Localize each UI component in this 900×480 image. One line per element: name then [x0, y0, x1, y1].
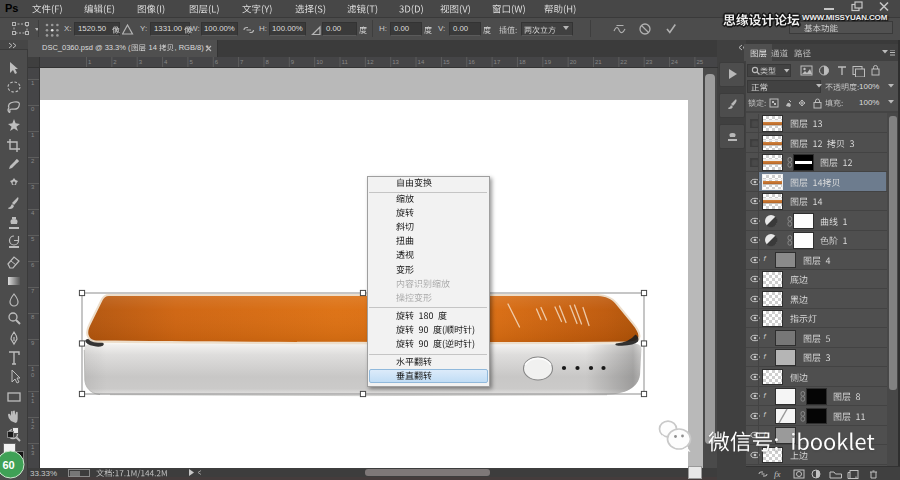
- svg-text:60: 60: [3, 459, 15, 471]
- svg-text:fx: fx: [774, 469, 781, 479]
